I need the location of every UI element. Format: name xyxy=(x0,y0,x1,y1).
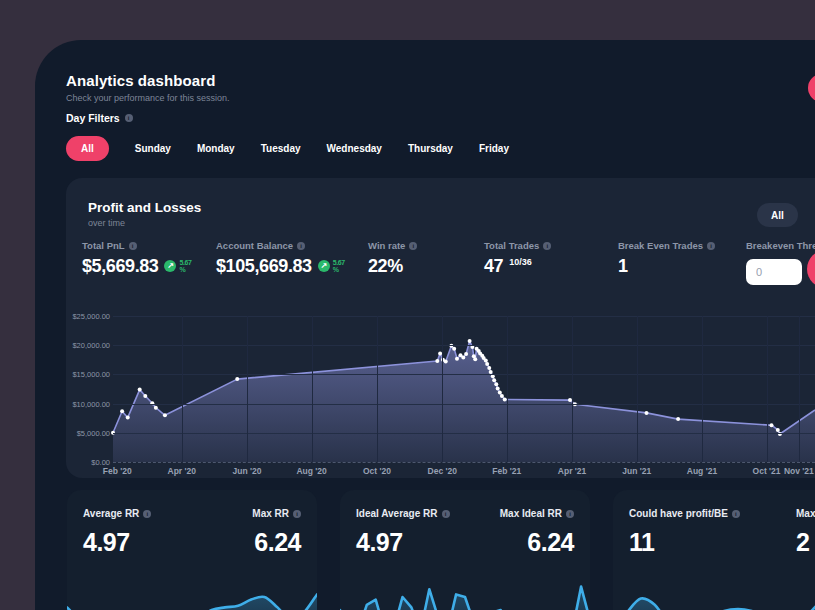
stat-win-rate: Win ratei 22% xyxy=(368,240,417,277)
data-point-marker xyxy=(468,339,472,343)
y-tick-label: $10,000.00 xyxy=(72,400,110,409)
x-tick-label: Dec '20 xyxy=(428,466,457,476)
data-point-marker xyxy=(500,394,504,398)
stat-value: $105,669.83 xyxy=(216,256,312,277)
range-all-button[interactable]: All xyxy=(757,203,798,227)
x-tick-label: Feb '21 xyxy=(492,466,521,476)
pnl-card-subtitle: over time xyxy=(88,218,125,228)
info-icon[interactable]: i xyxy=(442,510,450,518)
gridline xyxy=(247,316,248,462)
stat-value: 47 xyxy=(484,256,503,277)
gridline xyxy=(637,316,638,462)
sparkline-ideal-average-rr xyxy=(340,576,590,610)
card-left-label: Could have profit/BE xyxy=(629,508,728,519)
gridline xyxy=(442,316,443,462)
data-point-marker xyxy=(163,413,167,417)
day-filter-monday[interactable]: Monday xyxy=(197,143,235,154)
pnl-card: Profit and Losses over time All Total Pn… xyxy=(66,178,815,478)
card-ideal-average-rr: Ideal Average RRi Max Ideal RRi 4.97 6.2… xyxy=(340,490,590,610)
gridline xyxy=(377,316,378,462)
stat-value: $5,669.83 xyxy=(82,256,158,277)
day-filter-thursday[interactable]: Thursday xyxy=(408,143,453,154)
stat-label: Total PnL xyxy=(82,240,125,251)
data-point-marker xyxy=(494,382,498,386)
data-point-marker xyxy=(645,411,649,415)
info-icon[interactable]: i xyxy=(566,510,574,518)
gridline xyxy=(507,316,508,462)
card-left-label: Average RR xyxy=(83,508,139,519)
page-subtitle: Check your performance for this session. xyxy=(66,93,230,103)
data-point-marker xyxy=(235,377,239,381)
stat-label: Total Trades xyxy=(484,240,539,251)
x-tick-label: Jun '21 xyxy=(622,466,651,476)
data-point-marker xyxy=(676,417,680,421)
info-icon[interactable]: i xyxy=(143,510,151,518)
stat-value: 22% xyxy=(368,256,403,277)
gridline xyxy=(702,316,703,462)
change-unit: % xyxy=(179,266,191,273)
x-tick-label: Apr '20 xyxy=(168,466,196,476)
info-icon[interactable]: i xyxy=(732,510,740,518)
x-tick-label: Oct '21 xyxy=(753,466,781,476)
sparkline-could-have-profit-be xyxy=(613,576,815,610)
stat-breakeven-threshold: Breakeven Thres S xyxy=(746,240,815,288)
data-point-marker xyxy=(138,388,142,392)
info-icon[interactable]: i xyxy=(125,114,133,122)
gridline xyxy=(113,316,815,317)
stat-account-balance: Account Balancei $105,669.83 ↗ 5.67% xyxy=(216,240,345,277)
day-filter-wednesday[interactable]: Wednesday xyxy=(327,143,382,154)
info-icon[interactable]: i xyxy=(543,242,551,250)
card-could-have-profit-be: Could have profit/BEi Max Id 11 2 xyxy=(613,490,815,610)
breakeven-set-button[interactable]: S xyxy=(807,250,815,288)
gridline xyxy=(572,316,573,462)
breakeven-threshold-input[interactable] xyxy=(746,259,802,285)
card-left-value: 4.97 xyxy=(356,528,403,557)
info-icon[interactable]: i xyxy=(293,510,301,518)
x-tick-label: Aug '21 xyxy=(687,466,717,476)
day-filters-label-text: Day Filters xyxy=(66,112,120,124)
y-tick-label: $25,000.00 xyxy=(72,312,110,321)
data-point-marker xyxy=(484,358,488,362)
day-filter-tuesday[interactable]: Tuesday xyxy=(261,143,301,154)
card-right-label: Max Ideal RR xyxy=(500,508,562,519)
x-tick-label: Feb '20 xyxy=(103,466,132,476)
data-point-marker xyxy=(464,352,468,356)
change-value: 5.67 xyxy=(179,259,191,266)
data-point-marker xyxy=(455,357,459,361)
card-left-value: 4.97 xyxy=(83,528,130,557)
gridline xyxy=(799,316,800,462)
data-point-marker xyxy=(143,394,147,398)
x-axis: Feb '20Apr '20Jun '20Aug '20Oct '20Dec '… xyxy=(113,466,815,478)
gridline xyxy=(113,404,815,405)
change-badge: ↗ 5.67% xyxy=(164,259,191,273)
info-icon[interactable]: i xyxy=(297,242,305,250)
info-icon[interactable]: i xyxy=(129,242,137,250)
data-point-marker xyxy=(120,409,124,413)
data-point-marker xyxy=(461,355,465,359)
equity-chart-plot[interactable] xyxy=(113,316,815,462)
analytics-dashboard-screen: Analytics dashboard Check your performan… xyxy=(0,0,815,610)
day-filter-sunday[interactable]: Sunday xyxy=(135,143,171,154)
day-filter-friday[interactable]: Friday xyxy=(479,143,509,154)
gridline xyxy=(113,462,815,463)
sparkline-average-rr xyxy=(67,576,317,610)
page-title: Analytics dashboard xyxy=(66,72,215,89)
x-tick-label: Aug '20 xyxy=(296,466,326,476)
data-point-marker xyxy=(435,359,439,363)
y-axis: $0.00$5,000.00$10,000.00$15,000.00$20,00… xyxy=(68,316,110,462)
info-icon[interactable]: i xyxy=(707,242,715,250)
day-filter-all[interactable]: All xyxy=(66,136,109,161)
day-filter-pills: AllSundayMondayTuesdayWednesdayThursdayF… xyxy=(66,136,509,161)
stat-total-pnl: Total PnLi $5,669.83 ↗ 5.67% xyxy=(82,240,192,277)
stat-break-even-trades: Break Even Tradesi 1 xyxy=(618,240,715,277)
gridline xyxy=(312,316,313,462)
gridline xyxy=(182,316,183,462)
card-left-value: 11 xyxy=(629,528,654,557)
data-point-marker xyxy=(769,423,773,427)
x-tick-label: Jun '20 xyxy=(233,466,262,476)
info-icon[interactable]: i xyxy=(409,242,417,250)
change-unit: % xyxy=(333,266,345,273)
data-point-marker xyxy=(126,416,130,420)
stat-label: Win rate xyxy=(368,240,405,251)
stat-total-trades: Total Tradesi 47 10/36 xyxy=(484,240,551,277)
